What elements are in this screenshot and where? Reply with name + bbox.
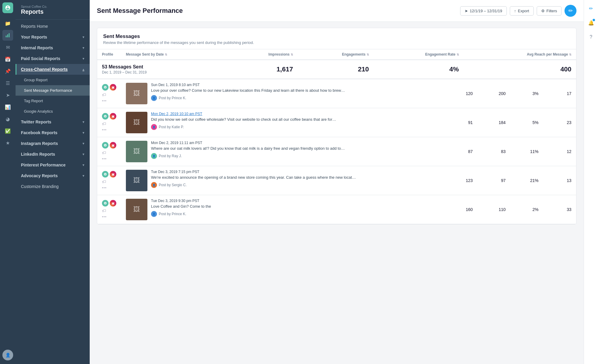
sidebar-item-facebook[interactable]: Facebook Reports ▾ <box>16 127 90 138</box>
tag-icon[interactable]: 🏷 <box>102 121 126 126</box>
tag-icon[interactable]: 🏷 <box>102 150 126 155</box>
tag-icon[interactable]: 🏷 <box>102 208 126 213</box>
inbox-icon[interactable]: ✉ <box>2 42 13 53</box>
sidebar-item-advocacy[interactable]: Advocacy Reports ▾ <box>16 170 90 181</box>
app-logo <box>2 2 13 13</box>
col-avg-reach[interactable]: Avg Reach per Message ⇅ <box>464 49 576 60</box>
message-date: Tue Dec 3, 2019 9:30 pm PST <box>151 199 440 203</box>
analytics-icon[interactable]: 📊 <box>2 102 13 112</box>
sidebar-item-pinterest[interactable]: Pinterest Performance ▾ <box>16 160 90 170</box>
table-row: ▣ 🏷 ••• 🖼 Sun Dec 1, 2019 8:10 am PST Lo… <box>97 79 576 108</box>
notification-icon[interactable]: 🔔 <box>586 18 596 27</box>
filters-icon: ⚙ <box>541 9 545 13</box>
more-icon[interactable]: ••• <box>102 157 126 161</box>
reports-icon[interactable] <box>2 30 13 41</box>
sidebar-item-linkedin[interactable]: LinkedIn Reports ▾ <box>16 149 90 160</box>
report-card: Sent Messages Review the lifetime perfor… <box>97 28 576 224</box>
summary-row: 53 Messages Sent Dec 1, 2019 – Dec 31, 2… <box>97 60 576 79</box>
sort-icon: ⇅ <box>569 53 571 56</box>
sidebar-item-tag-report[interactable]: Tag Report <box>16 96 90 106</box>
message-author: 👤 Post by Prince K. <box>151 211 440 217</box>
messages-list: ▣ 🏷 ••• 🖼 Sun Dec 1, 2019 8:10 am PST Lo… <box>97 79 576 224</box>
date-range-button[interactable]: ➤ 12/1/19 – 12/31/19 <box>460 6 507 16</box>
author-name: Post by Sergio C. <box>159 183 187 187</box>
sidebar-item-cross-channel[interactable]: Cross-Channel Reports ▴ <box>16 64 90 75</box>
chevron-icon: ▾ <box>83 163 84 167</box>
schedule-icon[interactable]: 📅 <box>2 54 13 65</box>
folder-icon[interactable]: 📁 <box>2 18 13 29</box>
tag-icon[interactable]: 🏷 <box>102 179 126 184</box>
message-author: 👤 Post by Prince K. <box>151 95 440 101</box>
chevron-icon: ▾ <box>83 174 84 178</box>
compose-button[interactable]: ✏ <box>565 5 576 17</box>
author-name: Post by Prince K. <box>159 96 186 100</box>
instagram-icon: ▣ <box>110 84 116 91</box>
filters-button[interactable]: ⚙ Filters <box>537 6 562 16</box>
right-rail: ✏ 🔔 ? <box>584 0 598 364</box>
message-text: Sun Dec 1, 2019 8:10 am PST Love pour ov… <box>151 83 440 101</box>
message-text: Tue Dec 3, 2019 7:15 pm PST We're excite… <box>151 170 440 188</box>
sort-icon: ⇅ <box>291 53 293 56</box>
instagram-icon: ▣ <box>110 200 116 207</box>
company-name: Sprout Coffee Co. <box>21 5 84 8</box>
messages-table: Profile Message Sent by Date ⇅ Impressio… <box>97 49 576 79</box>
sidebar-item-home[interactable]: Reports Home <box>16 21 90 32</box>
message-content-column: 🖼 Tue Dec 3, 2019 7:15 pm PST We're exci… <box>126 170 440 191</box>
sidebar-item-group-report[interactable]: Group Report <box>16 75 90 85</box>
cell-engagements: 184 <box>473 112 506 133</box>
sprout-icon <box>102 113 109 120</box>
user-avatar[interactable]: 👤 <box>2 350 13 360</box>
col-engagements[interactable]: Engagements ⇅ <box>298 49 374 60</box>
message-body: Where are our oat milk lovers at!? Did y… <box>151 146 440 151</box>
star-icon[interactable]: ★ <box>2 137 13 148</box>
sidebar-item-internal-reports[interactable]: Internal Reports ▾ <box>16 42 90 53</box>
col-impressions[interactable]: Impressions ⇅ <box>227 49 298 60</box>
cell-engagement-rate: 2% <box>506 199 538 220</box>
svg-rect-2 <box>9 33 10 37</box>
author-name: Post by Ray J. <box>159 154 182 158</box>
compose-right-icon[interactable]: ✏ <box>586 4 596 13</box>
sidebar-item-twitter[interactable]: Twitter Reports ▾ <box>16 117 90 127</box>
message-body: We're excited to announce the opening of… <box>151 175 440 180</box>
more-icon[interactable]: ••• <box>102 128 126 132</box>
social-icons: ▣ <box>102 84 126 91</box>
cell-avg-reach: 13 <box>538 170 571 191</box>
sidebar-item-paid-social[interactable]: Paid Social Reports ▾ <box>16 53 90 64</box>
social-icons: ▣ <box>102 171 126 178</box>
sidebar-item-google-analytics[interactable]: Google Analytics <box>16 106 90 117</box>
sidebar-item-customize[interactable]: Customize Branding <box>16 181 90 192</box>
tag-icon[interactable]: 🏷 <box>102 92 126 97</box>
social-icons: ▣ <box>102 200 126 207</box>
author-avatar: 👤 <box>151 211 157 217</box>
more-icon[interactable]: ••• <box>102 215 126 219</box>
pin-icon[interactable]: 📌 <box>2 66 13 77</box>
cell-engagement-rate: 3% <box>506 83 538 104</box>
sort-icon: ⇅ <box>367 53 369 56</box>
svg-rect-0 <box>6 36 7 37</box>
list-icon[interactable]: ☰ <box>2 78 13 88</box>
cell-impressions: 87 <box>440 141 473 162</box>
message-date: Tue Dec 3, 2019 7:15 pm PST <box>151 170 440 174</box>
send-icon[interactable]: ➤ <box>2 90 13 100</box>
export-button[interactable]: ↑ Export <box>510 6 534 16</box>
col-message-date[interactable]: Message Sent by Date ⇅ <box>121 49 227 60</box>
message-thumbnail: 🖼 <box>126 141 147 162</box>
circle-chart-icon[interactable]: ◕ <box>2 114 13 124</box>
cell-impressions: 120 <box>440 83 473 104</box>
sidebar-item-sent-message[interactable]: Sent Message Performance <box>16 85 90 96</box>
tasks-icon[interactable]: ✅ <box>2 126 13 136</box>
more-icon[interactable]: ••• <box>102 99 126 103</box>
col-engagement-rate[interactable]: Engagement Rate ⇅ <box>374 49 464 60</box>
message-content-column: 🖼 Mon Dec 2, 2019 10:10 am PST Did you k… <box>126 112 440 133</box>
col-profile: Profile <box>97 49 121 60</box>
report-card-header: Sent Messages Review the lifetime perfor… <box>97 28 576 49</box>
sidebar-section-main: Reports Home Your Reports ▾ Internal Rep… <box>16 21 90 192</box>
more-icon[interactable]: ••• <box>102 186 126 190</box>
message-thumbnail: 🖼 <box>126 112 147 133</box>
author-name: Post by Katie P. <box>159 125 184 129</box>
message-date[interactable]: Mon Dec 2, 2019 10:10 am PST <box>151 112 440 116</box>
chevron-icon: ▾ <box>83 131 84 135</box>
help-icon[interactable]: ? <box>586 32 596 42</box>
sidebar-item-your-reports[interactable]: Your Reports ▾ <box>16 32 90 42</box>
sidebar-item-instagram[interactable]: Instagram Reports ▾ <box>16 138 90 149</box>
